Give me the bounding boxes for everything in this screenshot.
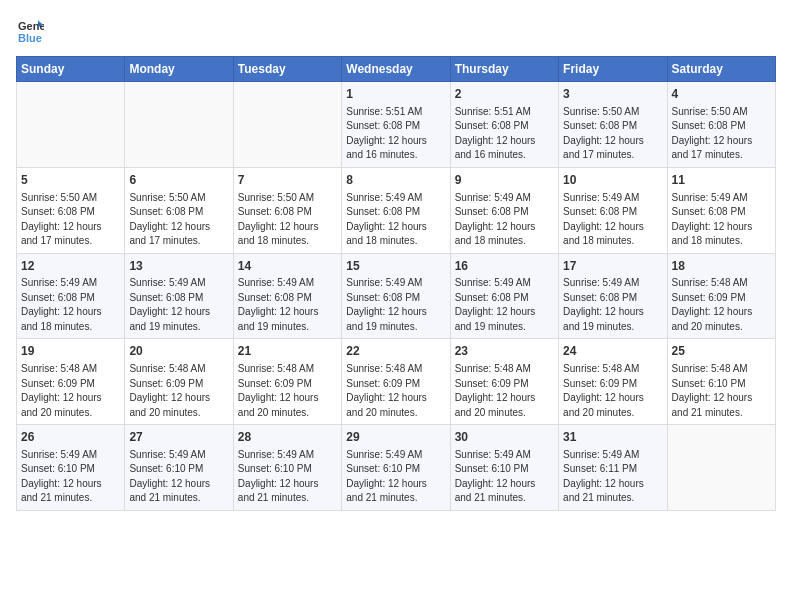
day-cell: 30Sunrise: 5:49 AM Sunset: 6:10 PM Dayli… bbox=[450, 425, 558, 511]
day-number: 5 bbox=[21, 172, 120, 189]
calendar-header-row: SundayMondayTuesdayWednesdayThursdayFrid… bbox=[17, 57, 776, 82]
day-cell: 20Sunrise: 5:48 AM Sunset: 6:09 PM Dayli… bbox=[125, 339, 233, 425]
day-info: Sunrise: 5:49 AM Sunset: 6:08 PM Dayligh… bbox=[346, 191, 445, 249]
day-number: 17 bbox=[563, 258, 662, 275]
day-info: Sunrise: 5:48 AM Sunset: 6:09 PM Dayligh… bbox=[455, 362, 554, 420]
day-cell bbox=[233, 82, 341, 168]
day-number: 29 bbox=[346, 429, 445, 446]
day-cell bbox=[667, 425, 775, 511]
col-header-monday: Monday bbox=[125, 57, 233, 82]
day-info: Sunrise: 5:49 AM Sunset: 6:08 PM Dayligh… bbox=[672, 191, 771, 249]
logo-icon: General Blue bbox=[16, 16, 44, 44]
day-cell: 13Sunrise: 5:49 AM Sunset: 6:08 PM Dayli… bbox=[125, 253, 233, 339]
day-number: 22 bbox=[346, 343, 445, 360]
page-header: General Blue bbox=[16, 16, 776, 44]
calendar-table: SundayMondayTuesdayWednesdayThursdayFrid… bbox=[16, 56, 776, 511]
day-number: 10 bbox=[563, 172, 662, 189]
day-number: 11 bbox=[672, 172, 771, 189]
day-info: Sunrise: 5:49 AM Sunset: 6:08 PM Dayligh… bbox=[238, 276, 337, 334]
day-info: Sunrise: 5:49 AM Sunset: 6:10 PM Dayligh… bbox=[455, 448, 554, 506]
day-number: 4 bbox=[672, 86, 771, 103]
day-number: 21 bbox=[238, 343, 337, 360]
day-info: Sunrise: 5:49 AM Sunset: 6:10 PM Dayligh… bbox=[21, 448, 120, 506]
day-cell: 28Sunrise: 5:49 AM Sunset: 6:10 PM Dayli… bbox=[233, 425, 341, 511]
day-info: Sunrise: 5:50 AM Sunset: 6:08 PM Dayligh… bbox=[563, 105, 662, 163]
logo: General Blue bbox=[16, 16, 48, 44]
col-header-friday: Friday bbox=[559, 57, 667, 82]
day-number: 9 bbox=[455, 172, 554, 189]
day-info: Sunrise: 5:51 AM Sunset: 6:08 PM Dayligh… bbox=[346, 105, 445, 163]
day-cell: 5Sunrise: 5:50 AM Sunset: 6:08 PM Daylig… bbox=[17, 167, 125, 253]
day-cell: 12Sunrise: 5:49 AM Sunset: 6:08 PM Dayli… bbox=[17, 253, 125, 339]
day-info: Sunrise: 5:50 AM Sunset: 6:08 PM Dayligh… bbox=[238, 191, 337, 249]
day-cell: 29Sunrise: 5:49 AM Sunset: 6:10 PM Dayli… bbox=[342, 425, 450, 511]
day-info: Sunrise: 5:49 AM Sunset: 6:11 PM Dayligh… bbox=[563, 448, 662, 506]
day-number: 16 bbox=[455, 258, 554, 275]
week-row-3: 12Sunrise: 5:49 AM Sunset: 6:08 PM Dayli… bbox=[17, 253, 776, 339]
day-info: Sunrise: 5:49 AM Sunset: 6:08 PM Dayligh… bbox=[21, 276, 120, 334]
day-cell bbox=[17, 82, 125, 168]
day-cell: 10Sunrise: 5:49 AM Sunset: 6:08 PM Dayli… bbox=[559, 167, 667, 253]
day-info: Sunrise: 5:48 AM Sunset: 6:09 PM Dayligh… bbox=[238, 362, 337, 420]
day-cell: 24Sunrise: 5:48 AM Sunset: 6:09 PM Dayli… bbox=[559, 339, 667, 425]
col-header-sunday: Sunday bbox=[17, 57, 125, 82]
day-cell: 26Sunrise: 5:49 AM Sunset: 6:10 PM Dayli… bbox=[17, 425, 125, 511]
day-number: 12 bbox=[21, 258, 120, 275]
day-cell: 7Sunrise: 5:50 AM Sunset: 6:08 PM Daylig… bbox=[233, 167, 341, 253]
day-number: 14 bbox=[238, 258, 337, 275]
day-cell: 14Sunrise: 5:49 AM Sunset: 6:08 PM Dayli… bbox=[233, 253, 341, 339]
day-cell: 16Sunrise: 5:49 AM Sunset: 6:08 PM Dayli… bbox=[450, 253, 558, 339]
col-header-thursday: Thursday bbox=[450, 57, 558, 82]
day-cell: 9Sunrise: 5:49 AM Sunset: 6:08 PM Daylig… bbox=[450, 167, 558, 253]
day-number: 6 bbox=[129, 172, 228, 189]
day-info: Sunrise: 5:49 AM Sunset: 6:08 PM Dayligh… bbox=[563, 276, 662, 334]
day-info: Sunrise: 5:49 AM Sunset: 6:08 PM Dayligh… bbox=[129, 276, 228, 334]
day-cell: 23Sunrise: 5:48 AM Sunset: 6:09 PM Dayli… bbox=[450, 339, 558, 425]
day-info: Sunrise: 5:50 AM Sunset: 6:08 PM Dayligh… bbox=[129, 191, 228, 249]
day-number: 28 bbox=[238, 429, 337, 446]
day-number: 27 bbox=[129, 429, 228, 446]
day-number: 26 bbox=[21, 429, 120, 446]
day-cell: 27Sunrise: 5:49 AM Sunset: 6:10 PM Dayli… bbox=[125, 425, 233, 511]
day-info: Sunrise: 5:50 AM Sunset: 6:08 PM Dayligh… bbox=[672, 105, 771, 163]
day-info: Sunrise: 5:49 AM Sunset: 6:10 PM Dayligh… bbox=[129, 448, 228, 506]
day-info: Sunrise: 5:51 AM Sunset: 6:08 PM Dayligh… bbox=[455, 105, 554, 163]
svg-text:Blue: Blue bbox=[18, 32, 42, 44]
day-number: 30 bbox=[455, 429, 554, 446]
day-cell: 19Sunrise: 5:48 AM Sunset: 6:09 PM Dayli… bbox=[17, 339, 125, 425]
day-cell: 18Sunrise: 5:48 AM Sunset: 6:09 PM Dayli… bbox=[667, 253, 775, 339]
day-cell: 2Sunrise: 5:51 AM Sunset: 6:08 PM Daylig… bbox=[450, 82, 558, 168]
day-number: 19 bbox=[21, 343, 120, 360]
day-info: Sunrise: 5:49 AM Sunset: 6:10 PM Dayligh… bbox=[346, 448, 445, 506]
day-number: 31 bbox=[563, 429, 662, 446]
day-cell: 6Sunrise: 5:50 AM Sunset: 6:08 PM Daylig… bbox=[125, 167, 233, 253]
day-number: 1 bbox=[346, 86, 445, 103]
day-number: 3 bbox=[563, 86, 662, 103]
day-number: 24 bbox=[563, 343, 662, 360]
day-cell: 11Sunrise: 5:49 AM Sunset: 6:08 PM Dayli… bbox=[667, 167, 775, 253]
day-cell: 8Sunrise: 5:49 AM Sunset: 6:08 PM Daylig… bbox=[342, 167, 450, 253]
day-info: Sunrise: 5:49 AM Sunset: 6:10 PM Dayligh… bbox=[238, 448, 337, 506]
col-header-saturday: Saturday bbox=[667, 57, 775, 82]
day-info: Sunrise: 5:49 AM Sunset: 6:08 PM Dayligh… bbox=[346, 276, 445, 334]
day-number: 8 bbox=[346, 172, 445, 189]
day-number: 7 bbox=[238, 172, 337, 189]
day-info: Sunrise: 5:49 AM Sunset: 6:08 PM Dayligh… bbox=[455, 276, 554, 334]
day-cell: 25Sunrise: 5:48 AM Sunset: 6:10 PM Dayli… bbox=[667, 339, 775, 425]
day-info: Sunrise: 5:48 AM Sunset: 6:09 PM Dayligh… bbox=[21, 362, 120, 420]
day-info: Sunrise: 5:48 AM Sunset: 6:10 PM Dayligh… bbox=[672, 362, 771, 420]
day-number: 13 bbox=[129, 258, 228, 275]
day-number: 20 bbox=[129, 343, 228, 360]
day-info: Sunrise: 5:48 AM Sunset: 6:09 PM Dayligh… bbox=[346, 362, 445, 420]
week-row-1: 1Sunrise: 5:51 AM Sunset: 6:08 PM Daylig… bbox=[17, 82, 776, 168]
week-row-2: 5Sunrise: 5:50 AM Sunset: 6:08 PM Daylig… bbox=[17, 167, 776, 253]
day-cell: 1Sunrise: 5:51 AM Sunset: 6:08 PM Daylig… bbox=[342, 82, 450, 168]
col-header-tuesday: Tuesday bbox=[233, 57, 341, 82]
day-number: 2 bbox=[455, 86, 554, 103]
day-cell: 3Sunrise: 5:50 AM Sunset: 6:08 PM Daylig… bbox=[559, 82, 667, 168]
day-info: Sunrise: 5:49 AM Sunset: 6:08 PM Dayligh… bbox=[563, 191, 662, 249]
day-info: Sunrise: 5:50 AM Sunset: 6:08 PM Dayligh… bbox=[21, 191, 120, 249]
day-cell: 22Sunrise: 5:48 AM Sunset: 6:09 PM Dayli… bbox=[342, 339, 450, 425]
day-cell: 4Sunrise: 5:50 AM Sunset: 6:08 PM Daylig… bbox=[667, 82, 775, 168]
week-row-4: 19Sunrise: 5:48 AM Sunset: 6:09 PM Dayli… bbox=[17, 339, 776, 425]
